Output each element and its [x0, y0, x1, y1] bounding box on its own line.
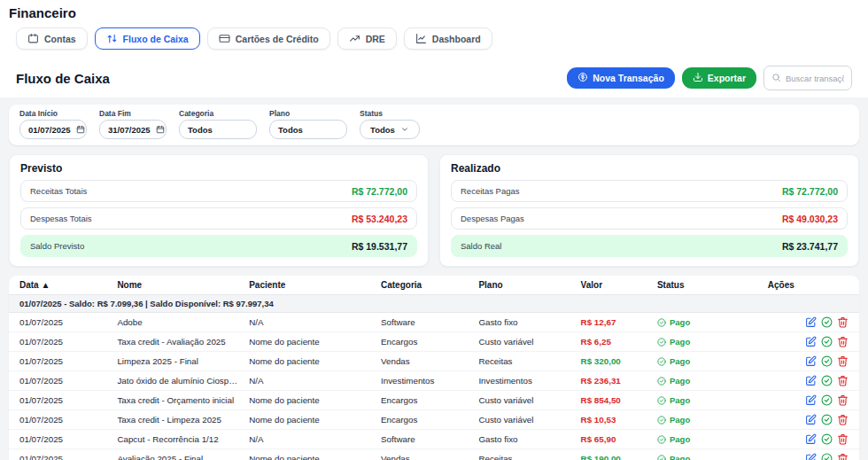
edit-button[interactable]	[805, 336, 817, 347]
cell-value: R$ 12,67	[570, 317, 647, 327]
content-area: Data Início01/07/2025Data Fim31/07/2025C…	[0, 97, 868, 460]
export-button[interactable]: Exportar	[682, 67, 756, 89]
column-header-paciente: Paciente	[238, 280, 370, 290]
summary-item-label: Receitas Totais	[30, 186, 87, 196]
summary-item-saldo-real: Saldo RealR$ 23.741,77	[451, 235, 848, 257]
delete-button[interactable]	[837, 414, 849, 425]
table-row: 01/07/2025Taxa credit - Limpeza 2025Nome…	[9, 410, 859, 430]
tab-cartoes-de-credito[interactable]: Cartões de Crédito	[207, 27, 330, 50]
status-label: Pago	[670, 317, 690, 327]
cell-date: 01/07/2025	[9, 454, 106, 460]
delete-button[interactable]	[837, 453, 849, 460]
cell-actions	[757, 375, 859, 386]
tab-fluxo-de-caixa[interactable]: Fluxo de Caixa	[95, 27, 200, 50]
cell-name: Adobe	[106, 317, 238, 327]
confirm-button[interactable]	[821, 394, 833, 406]
status-label: Pago	[670, 395, 690, 405]
cell-date: 01/07/2025	[9, 415, 106, 425]
cell-patient: N/A	[238, 376, 370, 386]
edit-button[interactable]	[805, 316, 817, 328]
column-header-acoes: Ações	[757, 280, 859, 290]
table-row: 01/07/2025Jato óxido de alumínio Ciosp -…	[9, 371, 859, 391]
confirm-button[interactable]	[821, 336, 833, 347]
table-body: 01/07/2025AdobeN/ASoftwareGasto fixoR$ 1…	[9, 313, 859, 460]
filter-categoria-field[interactable]: Todos	[179, 120, 257, 139]
cell-status: Pago	[647, 415, 757, 425]
summary-card-title: Realizado	[451, 162, 848, 175]
edit-icon	[805, 355, 817, 367]
confirm-button[interactable]	[821, 433, 833, 445]
new-transaction-label: Nova Transação	[593, 73, 664, 83]
summary-card-previsto: PrevistoReceitas TotaisR$ 72.772,00Despe…	[9, 154, 429, 267]
summary-item-receitas-totais: Receitas TotaisR$ 72.772,00	[20, 180, 417, 202]
delete-icon	[837, 433, 849, 445]
summary-item-receitas-pagas: Receitas PagasR$ 72.772,00	[451, 180, 848, 202]
table-row: 01/07/2025Taxa credit - Orçamento inicia…	[9, 391, 859, 410]
cell-plan: Custo variável	[468, 415, 570, 425]
cell-status: Pago	[647, 395, 757, 405]
status-label: Pago	[670, 376, 690, 386]
column-header-data[interactable]: Data ▲	[9, 280, 106, 290]
edit-icon	[805, 453, 817, 460]
chart-line-icon	[415, 33, 427, 44]
summary-item-label: Despesas Totais	[30, 214, 92, 223]
edit-button[interactable]	[805, 394, 817, 406]
search-input[interactable]	[786, 74, 844, 83]
cell-date: 01/07/2025	[9, 395, 106, 405]
edit-button[interactable]	[805, 375, 817, 386]
filters-card: Data Início01/07/2025Data Fim31/07/2025C…	[9, 105, 859, 145]
tab-label: Cartões de Crédito	[236, 34, 319, 44]
delete-button[interactable]	[837, 375, 849, 386]
cell-date: 01/07/2025	[9, 317, 106, 327]
confirm-button[interactable]	[821, 375, 833, 386]
tab-dashboard[interactable]: Dashboard	[404, 27, 492, 50]
delete-button[interactable]	[837, 316, 849, 328]
delete-icon	[837, 414, 849, 425]
table-header-row: Data ▲NomePacienteCategoriaPlanoValorSta…	[9, 276, 859, 295]
cell-actions	[757, 336, 859, 347]
cell-value: R$ 10,53	[570, 415, 647, 425]
search-box	[763, 66, 852, 90]
tab-contas[interactable]: Contas	[16, 27, 88, 50]
cell-status: Pago	[647, 454, 757, 460]
edit-button[interactable]	[805, 355, 817, 367]
delete-icon	[837, 453, 849, 460]
delete-button[interactable]	[837, 355, 849, 367]
confirm-button[interactable]	[821, 453, 833, 460]
check-circle-icon	[657, 377, 666, 386]
delete-button[interactable]	[837, 394, 849, 406]
confirm-button[interactable]	[821, 414, 833, 425]
confirm-button[interactable]	[821, 355, 833, 367]
delete-button[interactable]	[837, 336, 849, 347]
new-transaction-button[interactable]: Nova Transação	[567, 67, 675, 89]
edit-icon	[805, 414, 817, 425]
table-row: 01/07/2025Limpeza 2025 - FinalNome do pa…	[9, 352, 859, 371]
edit-button[interactable]	[805, 433, 817, 445]
status-label: Pago	[670, 454, 690, 460]
confirm-button[interactable]	[821, 316, 833, 328]
summary-item-saldo-previsto: Saldo PrevistoR$ 19.531,77	[20, 235, 417, 257]
cell-category: Software	[370, 317, 468, 327]
cell-patient: N/A	[238, 317, 370, 327]
edit-button[interactable]	[805, 414, 817, 425]
delete-icon	[837, 336, 849, 347]
cell-actions	[757, 394, 859, 406]
column-header-valor: Valor	[570, 280, 647, 290]
cell-category: Encargos	[370, 415, 468, 425]
filter-data-inicio-field[interactable]: 01/07/2025	[19, 120, 87, 139]
summary-item-value: R$ 72.772,00	[782, 186, 838, 197]
tab-dre[interactable]: DRE	[337, 27, 397, 50]
table-row: 01/07/2025Capcut - Recorrência 1/12N/ASo…	[9, 430, 859, 449]
filter-plano-field[interactable]: Todos	[269, 120, 347, 139]
delete-icon	[837, 375, 849, 386]
filter-value: Todos	[278, 125, 303, 135]
summary-item-label: Receitas Pagas	[461, 186, 520, 196]
cell-plan: Custo variável	[468, 395, 570, 405]
check-circle-icon	[657, 455, 666, 460]
cell-plan: Custo variável	[468, 337, 570, 347]
edit-button[interactable]	[805, 453, 817, 460]
wallet-icon	[27, 33, 39, 44]
filter-status-field[interactable]: Todos	[360, 120, 420, 139]
delete-button[interactable]	[837, 433, 849, 445]
filter-data-fim-field[interactable]: 31/07/2025	[99, 120, 167, 139]
